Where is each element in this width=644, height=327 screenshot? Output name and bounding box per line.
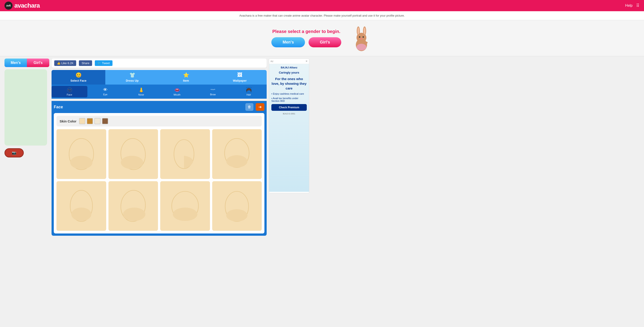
- subtab-mouth[interactable]: 👄 Mouth: [159, 86, 195, 97]
- tab-item[interactable]: ⭐ Item: [159, 70, 213, 85]
- face-option-5[interactable]: [56, 181, 106, 231]
- face-sub-label: Face: [67, 93, 72, 96]
- eye-sub-icon: 👁: [103, 87, 108, 92]
- ad-disclaimer: BJAZ-O-2551: [271, 113, 307, 115]
- svg-point-17: [226, 155, 248, 168]
- logo-icon: av6: [4, 2, 12, 10]
- dress-up-icon: 👕: [129, 72, 135, 78]
- gender-banner: Please select a gender to begin. Men's G…: [0, 20, 644, 56]
- wallpaper-icon: 🖼: [237, 72, 242, 78]
- svg-point-19: [71, 208, 91, 221]
- twitter-tweet-button[interactable]: 🐦 Tweet: [95, 60, 112, 66]
- center-panel: 👍 Like 6.2K Share 🐦 Tweet 😊 Select Face …: [49, 59, 269, 236]
- ad-bullet-2: • Avail tax benefits under Section 80D: [271, 97, 307, 102]
- girls-button-banner[interactable]: Girl's: [308, 37, 341, 47]
- ad-close-button[interactable]: ✕: [306, 60, 308, 63]
- skin-swatch-2[interactable]: [87, 118, 93, 124]
- ad-body: BAJAJ Allianz Caringly yours For the one…: [269, 64, 309, 192]
- gender-buttons: Men's Girl's: [271, 37, 341, 47]
- ad-header: Ad ✕: [269, 59, 309, 64]
- mens-tab[interactable]: Men's: [4, 59, 27, 67]
- logo-area: av6 avachara: [4, 2, 40, 10]
- face-option-2[interactable]: [108, 129, 158, 179]
- select-face-label: Select Face: [70, 79, 86, 82]
- girls-tab[interactable]: Girl's: [27, 59, 49, 67]
- like-label: Like 6.2K: [62, 62, 74, 65]
- tab-wallpaper[interactable]: 🖼 Wallpaper: [213, 70, 267, 85]
- social-bar: 👍 Like 6.2K Share 🐦 Tweet: [52, 59, 267, 68]
- skin-color-row: Skin Color: [56, 116, 262, 127]
- subtab-eye[interactable]: 👁 Eye: [88, 86, 123, 97]
- ad-logo: BAJAJ Allianz: [271, 66, 307, 69]
- gender-prompt-area: Please select a gender to begin. Men's G…: [271, 29, 341, 47]
- subtitle-text: Avachara is a free maker that can create…: [239, 14, 405, 17]
- eye-sub-label: Eye: [103, 93, 108, 96]
- facebook-like-button[interactable]: 👍 Like 6.2K: [54, 60, 76, 66]
- subtab-brow[interactable]: 〰 Brow: [195, 86, 231, 97]
- tab-dress-up[interactable]: 👕 Dress Up: [105, 70, 159, 85]
- item-label: Item: [183, 79, 189, 82]
- right-panel: Ad ✕ BAJAJ Allianz Caringly yours For th…: [269, 59, 309, 236]
- hair-sub-icon: 🦱: [246, 87, 252, 93]
- svg-point-23: [173, 208, 197, 221]
- subtab-face[interactable]: 🫥 Face: [52, 86, 88, 97]
- svg-point-21: [123, 208, 146, 221]
- item-icon: ⭐: [183, 72, 189, 78]
- subtitle-bar: Avachara is a free maker that can create…: [0, 11, 644, 20]
- skin-swatch-1[interactable]: [79, 118, 85, 124]
- svg-point-6: [359, 36, 360, 38]
- face-option-4[interactable]: [212, 129, 262, 179]
- help-link[interactable]: Help: [625, 4, 632, 8]
- select-face-icon: 😊: [76, 72, 82, 78]
- svg-point-25: [226, 209, 248, 222]
- dress-up-label: Dress Up: [126, 79, 138, 82]
- gender-prompt-text: Please select a gender to begin.: [272, 29, 340, 34]
- skin-swatches: [79, 118, 108, 124]
- facebook-share-button[interactable]: Share: [79, 60, 92, 66]
- gender-tabs: Men's Girl's: [4, 59, 49, 67]
- tab-select-face[interactable]: 😊 Select Face: [52, 70, 105, 85]
- next-button[interactable]: ➜: [256, 103, 264, 111]
- skin-swatch-3[interactable]: [94, 118, 100, 124]
- header-right: Help ⠿: [625, 3, 640, 8]
- ad-container: Ad ✕ BAJAJ Allianz Caringly yours For th…: [269, 59, 309, 193]
- face-option-8[interactable]: [212, 181, 262, 231]
- svg-point-4: [358, 27, 359, 35]
- camera-icon: 📷: [12, 151, 16, 155]
- svg-point-9: [356, 44, 366, 51]
- svg-point-5: [364, 27, 366, 35]
- tweet-label: Tweet: [102, 62, 110, 65]
- face-panel: Face 🗑 ➜ Skin Color: [52, 101, 267, 236]
- face-option-7[interactable]: [160, 181, 210, 231]
- ad-headline: For the ones who love, by showing they c…: [271, 77, 307, 91]
- face-option-1[interactable]: [56, 129, 106, 179]
- mouth-sub-label: Mouth: [174, 93, 180, 96]
- skin-swatch-4[interactable]: [102, 118, 108, 124]
- face-option-3[interactable]: [160, 129, 210, 179]
- face-option-6[interactable]: [108, 181, 158, 231]
- twitter-icon: 🐦: [98, 62, 101, 65]
- fb-thumb-icon: 👍: [57, 62, 60, 65]
- camera-button[interactable]: 📷: [4, 148, 24, 157]
- wallpaper-label: Wallpaper: [233, 79, 247, 82]
- mens-button-banner[interactable]: Men's: [271, 37, 305, 47]
- ad-tagline-top: Caringly yours: [271, 71, 307, 75]
- subtab-nose[interactable]: 👃 Nose: [123, 86, 159, 97]
- mouth-sub-icon: 👄: [174, 87, 180, 93]
- skin-color-label: Skin Color: [60, 119, 76, 123]
- nose-sub-label: Nose: [138, 93, 144, 96]
- left-panel: Men's Girl's 📷: [4, 59, 49, 236]
- hair-sub-label: Hair: [246, 93, 251, 96]
- trash-button[interactable]: 🗑: [245, 103, 254, 111]
- face-grid: [56, 129, 262, 231]
- subtab-hair[interactable]: 🦱 Hair: [231, 86, 267, 97]
- main-tabs: 😊 Select Face 👕 Dress Up ⭐ Item 🖼 Wallpa…: [52, 70, 267, 85]
- grid-icon[interactable]: ⠿: [636, 3, 640, 8]
- ad-info-label: Ad: [270, 60, 273, 63]
- ad-cta-button[interactable]: Check Premium: [271, 104, 307, 111]
- face-content: Skin Color: [54, 113, 264, 233]
- svg-point-12: [70, 156, 92, 169]
- face-panel-header: Face 🗑 ➜: [54, 103, 264, 111]
- bunny-mascot: [350, 25, 373, 52]
- face-panel-title: Face: [54, 105, 63, 109]
